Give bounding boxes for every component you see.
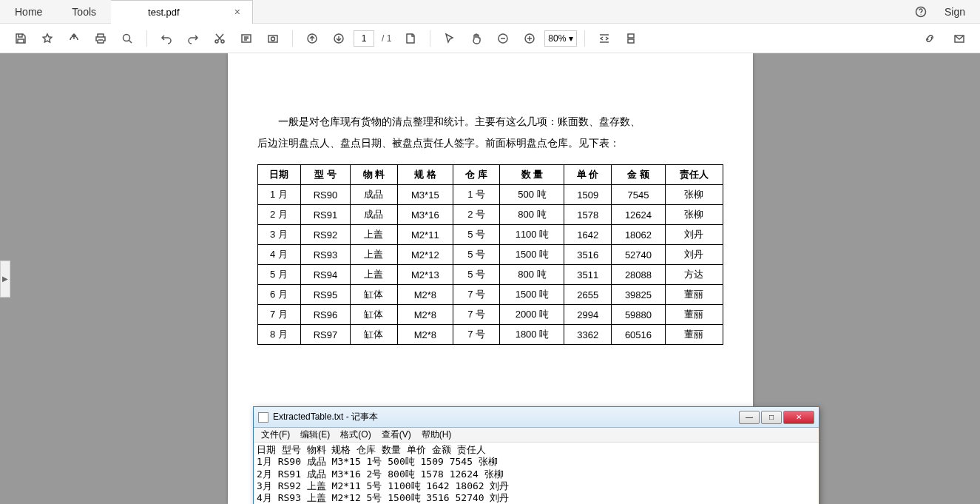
tab-document[interactable]: test.pdf × xyxy=(111,0,253,24)
table-cell: 董丽 xyxy=(666,325,723,345)
help-icon[interactable] xyxy=(912,3,930,21)
star-button[interactable] xyxy=(36,27,59,50)
svg-point-6 xyxy=(271,37,275,41)
zoom-out-button[interactable] xyxy=(491,27,515,50)
share-button[interactable] xyxy=(62,27,86,50)
paragraph: 后边注明盘点人、盘点日期、被盘点责任人签字。前面标明盘点仓库。见下表： xyxy=(257,134,723,152)
table-cell: 5 月 xyxy=(257,265,300,285)
table-cell: 缸体 xyxy=(351,325,397,345)
svg-point-2 xyxy=(215,40,218,43)
table-cell: 1 号 xyxy=(453,185,499,205)
table-cell: 刘丹 xyxy=(666,225,723,245)
print-button[interactable] xyxy=(89,27,112,50)
notepad-title: ExtractedTable.txt - 记事本 xyxy=(273,411,737,423)
notepad-app-icon xyxy=(258,412,268,423)
table-cell: 5 号 xyxy=(453,245,499,265)
table-row: 3 月RS92上盖M2*115 号1100 吨164218062刘丹 xyxy=(257,225,723,245)
table-cell: 2655 xyxy=(564,285,611,305)
table-cell: 上盖 xyxy=(351,225,397,245)
menu-format[interactable]: 格式(O) xyxy=(336,429,375,441)
table-header: 责任人 xyxy=(666,165,723,185)
table-cell: 39825 xyxy=(611,285,665,305)
link-button[interactable] xyxy=(918,27,942,50)
notepad-window: ExtractedTable.txt - 记事本 — □ ✕ 文件(F) 编辑(… xyxy=(253,406,820,504)
search-button[interactable] xyxy=(115,27,139,50)
table-cell: M2*8 xyxy=(397,285,453,305)
menu-edit[interactable]: 编辑(E) xyxy=(296,429,334,441)
sidebar-expand-handle[interactable]: ▶ xyxy=(0,261,10,298)
table-cell: M2*12 xyxy=(397,245,453,265)
scroll-mode-button[interactable] xyxy=(619,27,643,50)
table-cell: RS96 xyxy=(300,305,351,325)
table-cell: M3*15 xyxy=(397,185,453,205)
edit-text-button[interactable] xyxy=(234,27,258,50)
table-cell: 7545 xyxy=(611,185,665,205)
table-cell: RS94 xyxy=(300,265,351,285)
table-cell: 方达 xyxy=(666,265,723,285)
tab-home[interactable]: Home xyxy=(0,0,57,24)
hand-tool[interactable] xyxy=(464,27,488,50)
notepad-titlebar[interactable]: ExtractedTable.txt - 记事本 — □ ✕ xyxy=(254,407,819,428)
svg-rect-11 xyxy=(628,34,634,38)
table-cell: 3511 xyxy=(564,265,611,285)
table-cell: 7 号 xyxy=(453,325,499,345)
fit-width-button[interactable] xyxy=(592,27,616,50)
page-total-label: / 1 xyxy=(377,33,396,44)
table-cell: 董丽 xyxy=(666,305,723,325)
page-down-button[interactable] xyxy=(327,27,351,50)
table-cell: 3516 xyxy=(564,245,611,265)
table-cell: 1642 xyxy=(564,225,611,245)
table-row: 5 月RS94上盖M2*135 号800 吨351128088方达 xyxy=(257,265,723,285)
table-cell: 59880 xyxy=(611,305,665,325)
tab-bar: Home Tools test.pdf × Sign xyxy=(0,0,980,24)
table-cell: 800 吨 xyxy=(500,205,564,225)
notepad-content[interactable]: 日期 型号 物料 规格 仓库 数量 单价 金额 责任人 1月 RS90 成品 M… xyxy=(254,443,819,504)
select-tool[interactable] xyxy=(438,27,462,50)
table-cell: 6 月 xyxy=(257,285,300,305)
svg-point-1 xyxy=(124,34,130,41)
email-button[interactable] xyxy=(947,27,971,50)
chevron-down-icon: ▾ xyxy=(569,33,573,44)
table-cell: 上盖 xyxy=(351,265,397,285)
table-cell: 3362 xyxy=(564,325,611,345)
table-header: 仓 库 xyxy=(453,165,499,185)
table-cell: 60516 xyxy=(611,325,665,345)
table-cell: 1 月 xyxy=(257,185,300,205)
table-cell: 500 吨 xyxy=(500,185,564,205)
page-up-button[interactable] xyxy=(300,27,324,50)
menu-view[interactable]: 查看(V) xyxy=(377,429,416,441)
menu-help[interactable]: 帮助(H) xyxy=(417,429,456,441)
tab-tools[interactable]: Tools xyxy=(57,0,111,24)
save-button[interactable] xyxy=(9,27,33,50)
menu-file[interactable]: 文件(F) xyxy=(257,429,294,441)
screenshot-button[interactable] xyxy=(261,27,285,50)
svg-point-3 xyxy=(221,40,224,43)
paragraph: 一般是对仓库现有货物的清点整理和统计。主要有这么几项：账面数、盘存数、 xyxy=(257,112,723,131)
table-cell: 12624 xyxy=(611,205,665,225)
redo-button[interactable] xyxy=(181,27,205,50)
table-cell: 2 号 xyxy=(453,205,499,225)
page-thumbnail-button[interactable] xyxy=(399,27,422,50)
table-row: 2 月RS91成品M3*162 号800 吨157812624张柳 xyxy=(257,205,723,225)
zoom-selector[interactable]: 80%▾ xyxy=(544,30,577,47)
table-cell: 5 号 xyxy=(453,225,499,245)
sign-button[interactable]: Sign xyxy=(944,6,965,18)
zoom-in-button[interactable] xyxy=(518,27,541,50)
table-cell: 7 号 xyxy=(453,285,499,305)
undo-button[interactable] xyxy=(155,27,178,50)
table-cell: 7 号 xyxy=(453,305,499,325)
close-tab-button[interactable]: × xyxy=(232,6,243,18)
table-cell: 28088 xyxy=(611,265,665,285)
table-header: 数 量 xyxy=(500,165,564,185)
page-number-input[interactable] xyxy=(354,30,374,47)
table-cell: 1800 吨 xyxy=(500,325,564,345)
maximize-button[interactable]: □ xyxy=(761,411,782,424)
cut-button[interactable] xyxy=(208,27,232,50)
table-cell: 成品 xyxy=(351,185,397,205)
minimize-button[interactable]: — xyxy=(739,411,760,424)
table-cell: 1100 吨 xyxy=(500,225,564,245)
close-window-button[interactable]: ✕ xyxy=(783,411,814,424)
table-cell: M3*16 xyxy=(397,205,453,225)
table-cell: 成品 xyxy=(351,205,397,225)
table-cell: RS95 xyxy=(300,285,351,305)
